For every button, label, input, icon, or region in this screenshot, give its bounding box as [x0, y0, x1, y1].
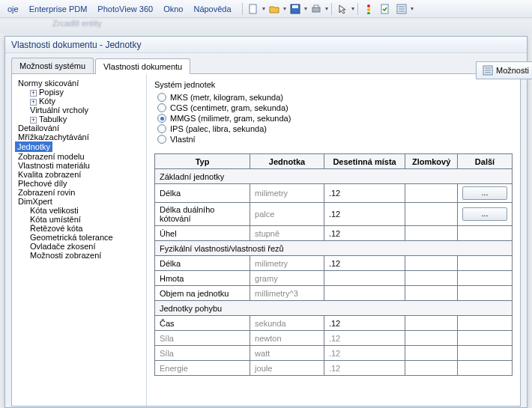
- menu-photoview[interactable]: PhotoView 360: [93, 3, 157, 15]
- radio-unit-system-4[interactable]: Vlastní: [154, 134, 513, 144]
- table-section-header: Fyzikální vlastnosti/vlastnosti řezů: [155, 241, 513, 256]
- tab-system-options[interactable]: Možnosti systému: [11, 58, 94, 73]
- cell-jednotka[interactable]: milimetry: [250, 184, 324, 203]
- cell-zlomkovy[interactable]: [405, 256, 458, 271]
- cell-desetinna[interactable]: .12: [324, 184, 405, 203]
- cell-typ: Hmota: [155, 271, 250, 286]
- cell-jednotka[interactable]: watt: [250, 346, 324, 361]
- cell-jednotka[interactable]: millimetry^3: [250, 286, 324, 301]
- radio-label: CGS (centimetr, gram, sekunda): [170, 103, 288, 112]
- cell-zlomkovy[interactable]: [405, 271, 458, 286]
- cell-dalsi: [457, 271, 512, 286]
- col-header-jednotka: Jednotka: [250, 154, 324, 169]
- new-icon[interactable]: [246, 2, 261, 16]
- svg-rect-0: [250, 4, 256, 13]
- cell-desetinna[interactable]: .12: [324, 226, 405, 241]
- options-search-button[interactable]: Možnosti: [476, 61, 532, 79]
- cell-desetinna[interactable]: [324, 271, 405, 286]
- cell-typ: Délka: [155, 256, 250, 271]
- cell-zlomkovy[interactable]: [405, 286, 458, 301]
- more-button[interactable]: ...: [462, 186, 507, 200]
- radio-icon: [157, 93, 166, 102]
- table-row: Objem na jednotkumillimetry^3: [155, 286, 513, 301]
- cell-jednotka[interactable]: stupně: [250, 226, 324, 241]
- cell-desetinna[interactable]: .12: [324, 316, 405, 331]
- svg-rect-4: [314, 5, 318, 7]
- radio-icon: [157, 124, 166, 133]
- table-row: Sílanewton.12: [155, 331, 513, 346]
- dialog-tabs: Možnosti systému Vlastnosti dokumentu: [5, 53, 527, 73]
- cell-desetinna[interactable]: .12: [324, 361, 405, 376]
- options-nav-tree: Normy skicování+Popisy+KótyVirtuální vrc…: [12, 74, 147, 406]
- cell-dalsi: [457, 286, 512, 301]
- cell-zlomkovy[interactable]: [405, 361, 458, 376]
- svg-rect-8: [381, 4, 388, 13]
- blurred-ribbon: Zrcadlit entity: [0, 18, 532, 33]
- menu-okno[interactable]: Okno: [159, 3, 187, 15]
- cell-dalsi: [457, 331, 512, 346]
- cell-desetinna[interactable]: .12: [324, 346, 405, 361]
- cell-dalsi: ...: [457, 203, 512, 226]
- cell-zlomkovy[interactable]: [405, 203, 458, 226]
- cell-dalsi: [457, 316, 512, 331]
- options-icon[interactable]: [394, 2, 409, 16]
- cursor-icon[interactable]: [335, 2, 350, 16]
- cell-zlomkovy[interactable]: [405, 346, 458, 361]
- options-list-icon: [483, 65, 493, 76]
- tree-item-label: Možnosti zobrazení: [30, 251, 101, 260]
- units-table: Typ Jednotka Desetinná místa Zlomkový Da…: [154, 153, 513, 376]
- more-button[interactable]: ...: [462, 207, 507, 221]
- menu-enterprise-pdm[interactable]: Enterprise PDM: [25, 3, 92, 15]
- cell-zlomkovy[interactable]: [405, 184, 458, 203]
- cell-jednotka[interactable]: newton: [250, 331, 324, 346]
- unit-system-group-label: Systém jednotek: [154, 80, 513, 89]
- cell-jednotka[interactable]: milimetry: [250, 256, 324, 271]
- cell-jednotka[interactable]: joule: [250, 361, 324, 376]
- dialog-title: Vlastnosti dokumentu - Jednotky: [5, 37, 527, 53]
- cell-typ: Čas: [155, 316, 250, 331]
- cell-desetinna[interactable]: [324, 286, 405, 301]
- table-row: Sílawatt.12: [155, 346, 513, 361]
- radio-unit-system-2[interactable]: MMGS (milimetr, gram, sekunda): [154, 113, 513, 124]
- main-menubar: oje Enterprise PDM PhotoView 360 Okno Ná…: [0, 0, 532, 18]
- cell-dalsi: [457, 361, 512, 376]
- cell-zlomkovy[interactable]: [405, 316, 458, 331]
- table-row: Délkamilimetry.12: [155, 256, 513, 271]
- cell-desetinna[interactable]: .12: [324, 331, 405, 346]
- table-row: Délkamilimetry.12...: [155, 184, 513, 203]
- save-icon[interactable]: [288, 2, 303, 16]
- cell-desetinna[interactable]: .12: [324, 256, 405, 271]
- table-row: Hmotagramy: [155, 271, 513, 286]
- document-properties-dialog: Vlastnosti dokumentu - Jednotky Možnosti…: [4, 36, 528, 408]
- cell-dalsi: [457, 346, 512, 361]
- menu-oje[interactable]: oje: [3, 3, 23, 15]
- menu-napoveda[interactable]: Nápověda: [189, 3, 235, 15]
- cell-dalsi: [457, 226, 512, 241]
- tree-item-label: Mřížka/zachytávání: [18, 133, 89, 141]
- radio-unit-system-3[interactable]: IPS (palec, libra, sekunda): [154, 124, 513, 134]
- print-icon[interactable]: [309, 2, 324, 16]
- cell-zlomkovy[interactable]: [405, 226, 458, 241]
- cell-jednotka[interactable]: gramy: [250, 271, 324, 286]
- cell-jednotka[interactable]: palce: [250, 203, 324, 226]
- radio-icon: [157, 103, 166, 112]
- tab-document-properties[interactable]: Vlastnosti dokumentu: [95, 58, 190, 74]
- cell-desetinna[interactable]: .12: [324, 203, 405, 226]
- unit-system-radios: MKS (metr, kilogram, sekunda)CGS (centim…: [154, 92, 513, 144]
- cell-zlomkovy[interactable]: [405, 331, 458, 346]
- traffic-light-icon[interactable]: [361, 2, 376, 16]
- radio-unit-system-0[interactable]: MKS (metr, kilogram, sekunda): [154, 92, 513, 103]
- open-icon[interactable]: [267, 2, 282, 16]
- radio-icon: [157, 114, 166, 123]
- cell-jednotka[interactable]: sekunda: [250, 316, 324, 331]
- document-check-icon[interactable]: [378, 2, 393, 16]
- cell-typ: Síla: [155, 346, 250, 361]
- col-header-zlomkovy: Zlomkový: [405, 154, 458, 169]
- cell-typ: Objem na jednotku: [155, 286, 250, 301]
- radio-unit-system-1[interactable]: CGS (centimetr, gram, sekunda): [154, 103, 513, 113]
- cell-dalsi: ...: [457, 184, 512, 203]
- cell-dalsi: [457, 256, 512, 271]
- tree-item-mo-nosti-zobrazen-[interactable]: Možnosti zobrazení: [15, 249, 103, 261]
- col-header-dalsi: Další: [457, 154, 512, 169]
- table-row: Čassekunda.12: [155, 316, 513, 331]
